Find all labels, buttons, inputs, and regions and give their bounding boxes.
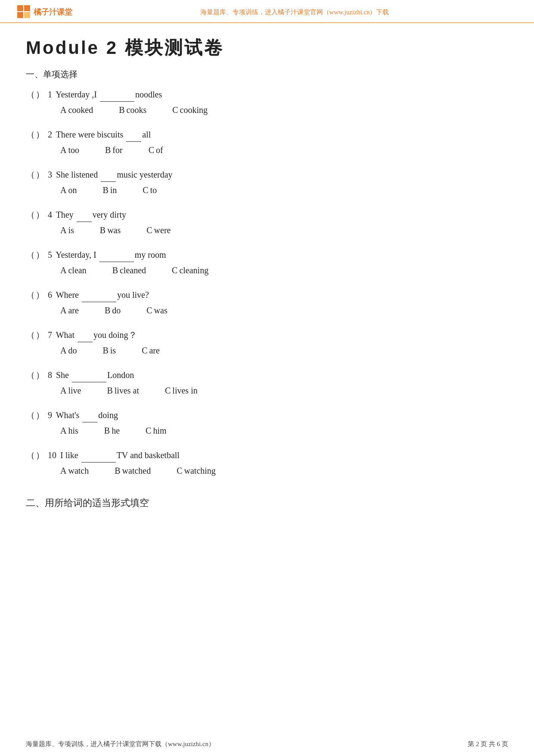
page-header: 橘子汁课堂 海量题库、专项训练，进入橘子汁课堂官网（www.juzizhi.cn… (0, 0, 534, 23)
q2-options: A too B for C of (26, 145, 508, 155)
q5-blank (99, 262, 134, 262)
q6-bracket: （ (26, 287, 35, 302)
q4-bracket: （ (26, 207, 35, 222)
q5-number: 5 (46, 247, 52, 262)
questions-area: （ ） 1 Yesterday ,I noodles A cooked B co… (0, 87, 534, 476)
q7-bracket-close: ） (35, 328, 45, 342)
q6-options: A are B do C was (26, 306, 508, 316)
logo-icon (17, 5, 31, 19)
q2-stem: （ ） 2 There were biscuits all (26, 127, 508, 142)
q3-optC: C to (143, 185, 157, 195)
q5-optA: A clean (60, 266, 87, 275)
q1-options: A cooked B cooks C cooking (26, 105, 508, 115)
q4-bracket-close: ） (35, 207, 45, 222)
q9-blank (82, 422, 97, 422)
q4-optA: A is (60, 225, 74, 235)
q3-text: She listened music yesterday (54, 167, 173, 182)
question-7: （ ） 7 What you doing？ A do B is C are (26, 328, 508, 356)
svg-rect-1 (24, 5, 30, 11)
question-8: （ ） 8 She London A live B lives at C liv… (26, 368, 508, 396)
q10-options: A watch B watched C watching (26, 466, 508, 476)
q9-optA: A his (60, 426, 78, 436)
q1-text: Yesterday ,I noodles (54, 87, 162, 102)
q3-options: A on B in C to (26, 185, 508, 195)
q8-bracket: （ (26, 368, 35, 382)
header-slogan: 海量题库、专项训练，进入橘子汁课堂官网（www.juzizhi.cn）下载 (72, 8, 517, 16)
q5-stem: （ ） 5 Yesterday, I my room (26, 247, 508, 262)
q7-stem: （ ） 7 What you doing？ (26, 328, 508, 342)
section1-title: 一、单项选择 (0, 64, 534, 87)
q1-optA: A cooked (60, 105, 93, 115)
q9-bracket: （ (26, 408, 35, 422)
q2-optA: A too (60, 145, 79, 155)
q9-stem: （ ） 9 What's doing (26, 408, 508, 422)
q2-text: There were biscuits all (54, 127, 151, 142)
q10-blank (81, 462, 116, 462)
q8-number: 8 (46, 368, 52, 382)
q10-bracket-close: ） (35, 448, 45, 462)
q5-bracket-close: ） (35, 247, 45, 262)
q2-bracket: （ (26, 127, 35, 142)
q6-optC: C was (146, 306, 167, 316)
q6-bracket-close: ） (35, 287, 45, 302)
q6-text: Where you live? (54, 287, 149, 302)
q1-optC: C cooking (172, 105, 208, 115)
q8-optA: A live (60, 386, 81, 396)
page-title: Module 2 模块测试卷 (0, 23, 534, 64)
svg-rect-2 (17, 12, 23, 18)
q2-blank (126, 141, 141, 142)
q9-bracket-close: ） (35, 408, 45, 422)
q1-stem: （ ） 1 Yesterday ,I noodles (26, 87, 508, 102)
q6-optB: B do (105, 306, 121, 316)
q6-blank (82, 302, 116, 302)
q9-text: What's doing (54, 408, 118, 422)
q9-options: A his B he C him (26, 426, 508, 436)
q8-stem: （ ） 8 She London (26, 368, 508, 382)
q3-bracket-close: ） (35, 167, 45, 182)
q6-number: 6 (46, 287, 52, 302)
q1-bracket-close: ） (35, 87, 45, 102)
question-6: （ ） 6 Where you live? A are B do C was (26, 287, 508, 316)
q3-bracket: （ (26, 167, 35, 182)
question-1: （ ） 1 Yesterday ,I noodles A cooked B co… (26, 87, 508, 115)
q7-text: What you doing？ (54, 328, 137, 342)
q9-optC: C him (146, 426, 166, 436)
q5-bracket: （ (26, 247, 35, 262)
q6-stem: （ ） 6 Where you live? (26, 287, 508, 302)
svg-rect-3 (24, 12, 30, 18)
q2-optC: C of (149, 145, 163, 155)
q8-bracket-close: ） (35, 368, 45, 382)
page-footer: 海量题库、专项训练，进入橘子汁课堂官网下载（www.juzizhi.cn） 第 … (0, 740, 534, 748)
q7-number: 7 (46, 328, 52, 342)
q7-blank (78, 342, 93, 342)
q8-text: She London (54, 368, 134, 382)
question-10: （ ） 10 I like TV and basketball A watch … (26, 448, 508, 476)
q5-optB: B cleaned (112, 266, 146, 275)
q2-optB: B for (105, 145, 123, 155)
q8-optB: B lives at (107, 386, 139, 396)
q3-number: 3 (46, 167, 52, 182)
q3-stem: （ ） 3 She listened music yesterday (26, 167, 508, 182)
q9-number: 9 (46, 408, 52, 422)
section2-title: 二、用所给词的适当形式填空 (0, 488, 534, 514)
q1-number: 1 (46, 87, 52, 102)
q5-text: Yesterday, I my room (54, 247, 166, 262)
q7-optC: C are (142, 346, 160, 356)
q4-options: A is B was C were (26, 225, 508, 235)
footer-right-text: 第 2 页 共 6 页 (468, 740, 508, 748)
q2-number: 2 (46, 127, 52, 142)
q4-optB: B was (100, 225, 121, 235)
q4-stem: （ ） 4 They very dirty (26, 207, 508, 222)
q4-optC: C were (146, 225, 171, 235)
q10-optB: B watched (115, 466, 151, 476)
question-3: （ ） 3 She listened music yesterday A on … (26, 167, 508, 195)
q5-optC: C cleaning (172, 266, 208, 275)
q7-options: A do B is C are (26, 346, 508, 356)
question-9: （ ） 9 What's doing A his B he C him (26, 408, 508, 436)
logo-text: 橘子汁课堂 (34, 7, 72, 17)
q4-number: 4 (46, 207, 52, 222)
footer-left-text: 海量题库、专项训练，进入橘子汁课堂官网下载（www.juzizhi.cn） (26, 740, 215, 748)
q2-bracket-close: ） (35, 127, 45, 142)
q3-optA: A on (60, 185, 77, 195)
question-5: （ ） 5 Yesterday, I my room A clean B cle… (26, 247, 508, 275)
